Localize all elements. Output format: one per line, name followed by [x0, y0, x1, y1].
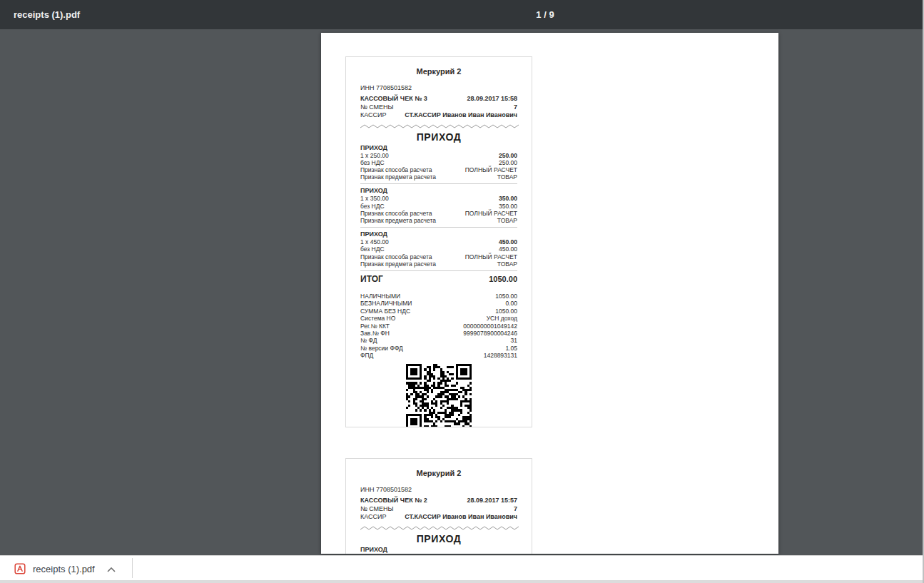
item-row: Признак способа расчетаПОЛНЫЙ РАСЧЕТ: [360, 166, 517, 173]
item-row: Признак предмета расчетаТОВАР: [360, 217, 517, 224]
row-value: 350.00: [499, 203, 517, 210]
header-row: КАССОВЫЙ ЧЕК № 228.09.2017 15:57: [360, 497, 517, 505]
item-title: ПРИХОД: [360, 144, 517, 152]
row-label: БЕЗНАЛИЧНЫМИ: [360, 300, 412, 307]
header-row: № СМЕНЫ7: [360, 505, 517, 514]
item-row: без НДС450.00: [360, 245, 517, 253]
section-heading: ПРИХОД: [360, 533, 517, 544]
download-item-label: receipts (1).pdf: [33, 564, 95, 574]
row-label: 1 x 250.00: [360, 152, 389, 159]
footer-row: БЕЗНАЛИЧНЫМИ0.00: [360, 300, 517, 307]
row-label: Система НО: [360, 315, 395, 322]
item-row: Признак предмета расчетаТОВАР: [360, 173, 517, 181]
item-divider: [360, 227, 517, 228]
row-value: ТОВАР: [497, 260, 517, 268]
row-label: Признак способа расчета: [360, 166, 432, 173]
download-item[interactable]: receipts (1).pdf: [9, 559, 95, 579]
footer-row: СУММА БЕЗ НДС1050.00: [360, 308, 517, 315]
header-row: КАССИРСТ.КАССИР Иванов Иван Иванович: [360, 111, 517, 120]
item-title: ПРИХОД: [360, 546, 517, 554]
window-bottom-edge: [0, 580, 924, 583]
inn-line: ИНН 7708501582: [360, 486, 517, 493]
row-label: Признак предмета расчета: [360, 260, 436, 268]
row-label: № ФД: [360, 337, 377, 344]
row-label: СУММА БЕЗ НДС: [360, 308, 410, 315]
receipt-card: Меркурий 2ИНН 7708501582КАССОВЫЙ ЧЕК № 2…: [345, 458, 532, 554]
row-value: 200.00: [499, 554, 517, 554]
row-label: 1 x 450.00: [360, 238, 389, 245]
zigzag-separator: [360, 123, 519, 129]
qr-code: [406, 364, 472, 427]
row-label: № СМЕНЫ: [360, 103, 394, 112]
pdf-viewer-area[interactable]: Меркурий 2ИНН 7708501582КАССОВЫЙ ЧЕК № 3…: [0, 29, 924, 555]
row-label: КАССИР: [360, 111, 387, 120]
receipt-footer-rows: НАЛИЧНЫМИ1050.00БЕЗНАЛИЧНЫМИ0.00СУММА БЕ…: [360, 293, 517, 360]
store-name: Меркурий 2: [360, 469, 517, 477]
row-label: без НДС: [360, 203, 385, 210]
row-label: № СМЕНЫ: [360, 505, 394, 514]
row-label: Зав.№ ФН: [360, 330, 390, 337]
row-value: 1050.00: [495, 293, 517, 300]
footer-row: Рег.№ ККТ0000000001049142: [360, 323, 517, 330]
item-row: без НДС250.00: [360, 159, 517, 166]
row-label: Признак способа расчета: [360, 210, 432, 217]
item-title: ПРИХОД: [360, 230, 517, 238]
receipt-header-rows: КАССОВЫЙ ЧЕК № 228.09.2017 15:57№ СМЕНЫ7…: [360, 497, 517, 522]
row-value: 7: [514, 505, 517, 514]
row-value: 1428893131: [484, 352, 517, 359]
row-value: 28.09.2017 15:57: [467, 497, 517, 505]
item-row: Признак способа расчетаПОЛНЫЙ РАСЧЕТ: [360, 253, 517, 260]
row-label: 1 x 350.00: [360, 195, 389, 202]
row-label: КАССИР: [360, 513, 387, 522]
row-value: ТОВАР: [497, 173, 517, 181]
store-name: Меркурий 2: [360, 67, 517, 76]
page-indicator: 1 / 9: [525, 0, 565, 29]
row-value: 250.00: [499, 159, 517, 166]
section-heading: ПРИХОД: [360, 131, 517, 143]
total-label: ИТОГ: [360, 274, 383, 284]
item-row: 1 x 450.00450.00: [360, 238, 517, 245]
item-row: Признак предмета расчетаТОВАР: [360, 260, 517, 268]
row-value: ПОЛНЫЙ РАСЧЕТ: [465, 253, 517, 260]
footer-row: Система НОУСН доход: [360, 315, 517, 322]
row-value: 0000000001049142: [463, 323, 517, 330]
row-value: СТ.КАССИР Иванов Иван Иванович: [405, 513, 517, 522]
zigzag-separator: [360, 525, 519, 531]
row-value: 28.09.2017 15:58: [467, 95, 517, 103]
header-row: КАССОВЫЙ ЧЕК № 328.09.2017 15:58: [360, 95, 517, 103]
row-value: ТОВАР: [497, 217, 517, 224]
row-label: Признак предмета расчета: [360, 217, 436, 224]
download-shelf: receipts (1).pdf: [0, 555, 924, 583]
header-row: № СМЕНЫ7: [360, 103, 517, 112]
row-label: Признак способа расчета: [360, 253, 432, 260]
item-row: 1 x 200.00200.00: [360, 554, 517, 554]
row-value: 9999078900004246: [463, 330, 517, 337]
row-value: ПОЛНЫЙ РАСЧЕТ: [465, 166, 517, 173]
row-value: ПОЛНЫЙ РАСЧЕТ: [465, 210, 517, 217]
total-value: 1050.00: [489, 275, 517, 283]
row-label: без НДС: [360, 159, 385, 166]
row-value: СТ.КАССИР Иванов Иван Иванович: [405, 111, 517, 120]
footer-row: № версии ФФД1.05: [360, 345, 517, 352]
receipt-card: Меркурий 2ИНН 7708501582КАССОВЫЙ ЧЕК № 3…: [345, 56, 532, 427]
row-value: УСН доход: [487, 315, 517, 322]
row-label: без НДС: [360, 245, 385, 253]
row-label: ФПД: [360, 352, 373, 359]
row-value: 1050.00: [495, 308, 517, 315]
pdf-toolbar: receipts (1).pdf 1 / 9: [0, 0, 924, 29]
chevron-up-icon[interactable]: [103, 562, 120, 577]
pdf-page: Меркурий 2ИНН 7708501582КАССОВЫЙ ЧЕК № 3…: [321, 33, 778, 554]
item-divider: [360, 183, 517, 184]
footer-row: № ФД31: [360, 337, 517, 344]
item-row: 1 x 350.00350.00: [360, 195, 517, 202]
row-value: 250.00: [499, 152, 517, 159]
shelf-separator: [132, 558, 133, 578]
row-value: 31: [511, 337, 517, 344]
row-value: 1.05: [505, 345, 517, 352]
row-label: КАССОВЫЙ ЧЕК № 2: [360, 497, 427, 505]
row-label: Рег.№ ККТ: [360, 323, 390, 330]
header-row: КАССИРСТ.КАССИР Иванов Иван Иванович: [360, 513, 517, 522]
footer-row: НАЛИЧНЫМИ1050.00: [360, 293, 517, 300]
item-divider: [360, 270, 517, 271]
footer-row: Зав.№ ФН9999078900004246: [360, 330, 517, 337]
